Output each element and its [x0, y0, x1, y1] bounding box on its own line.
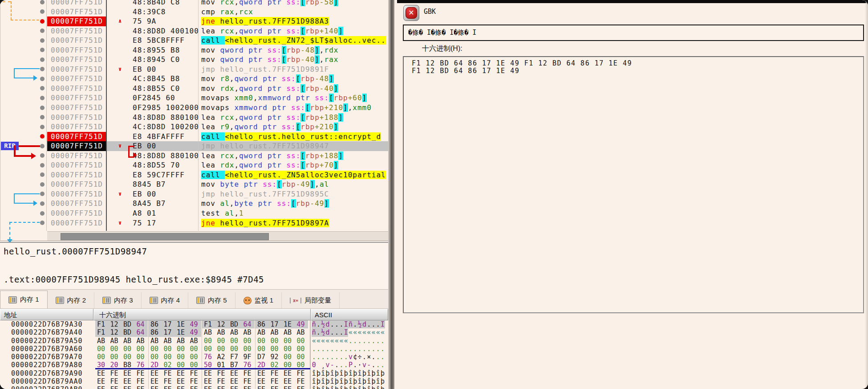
- horizontal-scrollbar[interactable]: [47, 231, 388, 241]
- row-dot[interactable]: [40, 221, 45, 225]
- tab-内存 1[interactable]: 内存 1: [0, 291, 48, 308]
- disasm-row[interactable]: 00007FF751DA8 01test al,1: [0, 209, 388, 218]
- disasm-row[interactable]: 00007FF751D48:39C8cmp rax,rcx: [0, 7, 388, 17]
- instr-token: ,: [234, 113, 239, 122]
- disasm-row[interactable]: 00007FF751D48:8D8D 88010000lea rcx,qword…: [0, 113, 388, 123]
- hex-byte: FE: [109, 385, 122, 389]
- ascii-char: þ: [362, 369, 366, 377]
- dump-row[interactable]: 0000022D76B79A50ABABABABABABABAB00000000…: [0, 337, 388, 345]
- disasm-row[interactable]: 00007FF751D0F2845 60movaps xmm0,xmmword …: [0, 93, 388, 103]
- disasm-row[interactable]: 00007FF751DE8 59C7FFFFcall <hello_rust._…: [0, 170, 388, 180]
- dump-row[interactable]: 0000022D76B79A90EEFEEEFEEEFEEEFEEEFEEEFE…: [0, 369, 388, 377]
- hex-byte: 86: [256, 320, 269, 328]
- tab-内存 5[interactable]: 内存 5: [188, 292, 235, 308]
- disasm-row[interactable]: 00007FF751D48:8D8D 40010000lea rcx,qword…: [0, 26, 388, 36]
- row-dot[interactable]: [40, 163, 45, 168]
- row-dot[interactable]: [40, 153, 45, 158]
- row-dot[interactable]: [40, 115, 45, 119]
- tab-内存 4[interactable]: 内存 4: [142, 292, 189, 308]
- row-dot[interactable]: [40, 48, 45, 52]
- hex-byte: FE: [188, 377, 202, 385]
- ascii-char: .: [334, 328, 339, 336]
- row-dot[interactable]: [40, 9, 45, 14]
- breakpoint-dot[interactable]: [40, 134, 45, 139]
- dump-row[interactable]: 0000022D76B79A60000000000000000000000000…: [0, 345, 388, 353]
- row-dot[interactable]: [40, 86, 45, 90]
- disasm-row[interactable]: 00007FF751D48:8B55 C0mov rdx,qword ptr s…: [0, 84, 388, 94]
- row-dot[interactable]: [40, 211, 45, 216]
- row-dot[interactable]: [40, 182, 45, 187]
- scrollbar-thumb[interactable]: [61, 233, 269, 240]
- disasm-row[interactable]: 00007FF751D∨EB 00jmp hello_rust.7FF751D9…: [0, 141, 388, 151]
- dump-row[interactable]: 0000022D76B79AA0EEFEEEFEEEFEEEFEEEFEEEFE…: [0, 377, 388, 385]
- dump-row[interactable]: 0000022D76B79A70000000000000000076A2F79F…: [0, 353, 388, 361]
- ascii-char: î: [367, 377, 371, 385]
- row-dot[interactable]: [40, 201, 45, 206]
- disasm-row[interactable]: 00007FF751D48:8945 C0mov qword ptr ss:[r…: [0, 55, 388, 65]
- disasm-row[interactable]: 00007FF751D48:8955 B8mov qword ptr ss:[r…: [0, 45, 388, 55]
- disasm-row[interactable]: 00007FF751D4C:8B45 B8mov r8,qword ptr ss…: [0, 74, 388, 84]
- row-dot[interactable]: [40, 77, 45, 81]
- hex-byte: 00: [242, 345, 255, 353]
- tab-内存 2[interactable]: 内存 2: [48, 292, 95, 308]
- row-dot[interactable]: [40, 125, 45, 129]
- tab-监视 1[interactable]: 监视 1: [235, 292, 282, 308]
- instr-token: rbp: [300, 123, 315, 131]
- dump-row[interactable]: 0000022D76B79A803020B8762D0200005001B776…: [0, 361, 388, 369]
- dump-ascii-cell: îþîþîþîþîþîþîþîþ: [312, 369, 388, 377]
- disasm-row[interactable]: 00007FF751D0F2985 10020000movaps xmmword…: [0, 103, 388, 113]
- disasm-row[interactable]: 00007FF751D8A45 B7mov al,byte ptr ss:[rb…: [0, 199, 388, 209]
- row-dot[interactable]: [40, 172, 45, 177]
- hex-byte: EE: [228, 377, 242, 385]
- row-dot[interactable]: [40, 144, 45, 148]
- row-dot[interactable]: [40, 192, 45, 196]
- dump-address-cell: 0000022D76B79A60: [4, 345, 93, 353]
- instr-token: -40: [300, 55, 315, 64]
- row-dot[interactable]: [40, 0, 45, 4]
- ascii-char: «: [321, 337, 325, 345]
- instruction-cell: lea rcx,qword ptr ss:[rbp+188]: [199, 113, 388, 123]
- disasm-row[interactable]: 00007FF751D8845 B7mov byte ptr ss:[rbp-4…: [0, 180, 388, 189]
- disasm-row[interactable]: 00007FF751D4C:8D8D 10020000lea r9,qword …: [0, 122, 388, 132]
- disasm-row[interactable]: 00007FF751DE8 5BCBFFFFcall <hello_rust._…: [0, 36, 388, 45]
- ascii-char: .: [371, 337, 376, 345]
- hex-editor-area[interactable]: F1 12 BD 64 86 17 1E 49 F1 12 BD 64 86 1…: [403, 56, 864, 313]
- disasm-row[interactable]: 00007FF751D∨EB 00jmp hello_rust.7FF751D9…: [0, 189, 388, 199]
- disasm-row[interactable]: 00007FF751DE8 4BFAFFFFcall <hello_rust.h…: [0, 132, 388, 142]
- hex-byte: 1E: [282, 320, 295, 328]
- tab-内存 3[interactable]: 内存 3: [94, 292, 142, 308]
- ascii-char: î: [339, 377, 344, 385]
- ascii-char: -: [367, 361, 371, 369]
- hex-byte: FE: [242, 377, 255, 385]
- disasm-row[interactable]: 00007FF751D48:8B4D C8mov rcx,qword ptr s…: [0, 0, 388, 7]
- instr-token: -40: [320, 84, 334, 93]
- row-dot[interactable]: [40, 67, 45, 71]
- ascii-char: .: [334, 320, 339, 328]
- disasm-row[interactable]: 00007FF751D∨EB 00jmp hello_rust.7FF751D9…: [0, 65, 388, 74]
- gbk-close-icon[interactable]: ✕: [403, 5, 419, 21]
- instr-token: ]: [343, 103, 348, 112]
- dump-row[interactable]: 0000022D76B79A40F112BD6486171E49ABABABAB…: [0, 328, 388, 336]
- instruction-cell: movaps xmmword ptr ss:[rbp+210],xmm0: [199, 103, 388, 113]
- disasm-row[interactable]: 00007FF751D48:8D55 70lea rdx,qword ptr s…: [0, 160, 388, 170]
- breakpoint-dot[interactable]: [40, 19, 45, 24]
- hex-byte-group: 86171E49: [149, 328, 202, 336]
- disasm-row[interactable]: 00007FF751D∨75 17jne hello_rust.7FF751D9…: [0, 218, 388, 228]
- instr-token: xmmword ptr: [258, 94, 315, 102]
- dump-row[interactable]: 0000022D76B79AB0EEFEEEFEEEFEEEFEEEFEEEFE…: [0, 385, 388, 389]
- instr-token: rcx: [220, 0, 235, 6]
- encoded-text-field[interactable]: �條� I�條� I�條� I: [403, 25, 864, 41]
- disasm-row[interactable]: 00007FF751D∧75 9Ajne hello_rust.7FF751D9…: [0, 16, 388, 26]
- dump-row[interactable]: 0000022D76B79A30F112BD6486171E49F112BD64…: [0, 320, 388, 328]
- row-dot[interactable]: [40, 106, 45, 110]
- instr-token: lea: [201, 152, 220, 160]
- row-dot[interactable]: [40, 96, 45, 100]
- hex-byte: AB: [242, 328, 255, 336]
- ascii-char: «: [348, 328, 353, 336]
- tab-局部变量[interactable]: x=局部变量: [282, 292, 340, 308]
- instr-token: lea: [201, 161, 220, 169]
- row-dot[interactable]: [40, 29, 45, 33]
- row-dot[interactable]: [40, 57, 45, 62]
- disasm-row[interactable]: 00007FF751D48:8D8D 88010000lea rcx,qword…: [0, 151, 388, 161]
- row-dot[interactable]: [40, 38, 45, 43]
